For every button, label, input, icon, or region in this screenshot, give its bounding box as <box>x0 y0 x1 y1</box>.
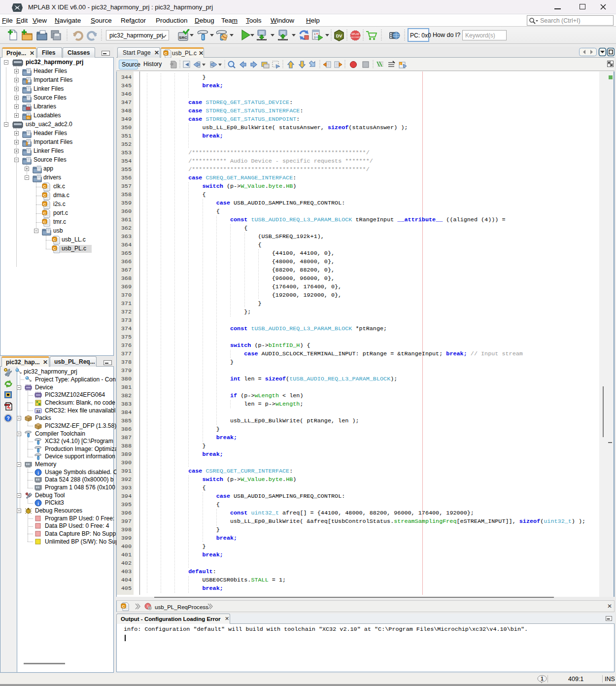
svg-text:C: C <box>53 246 56 251</box>
svg-text:i: i <box>37 501 39 506</box>
svg-text:C: C <box>43 184 46 189</box>
svg-text:C: C <box>165 51 168 56</box>
svg-text:DV: DV <box>336 34 342 38</box>
svg-text:1: 1 <box>541 676 544 682</box>
svg-text:C: C <box>43 211 46 215</box>
svg-text:C: C <box>400 63 402 66</box>
svg-text:DISCOVERY: DISCOVERY <box>350 36 361 38</box>
svg-text:01: 01 <box>27 116 30 119</box>
svg-text:C: C <box>43 220 46 224</box>
svg-text:32: 32 <box>36 409 40 413</box>
svg-text:MPLAB: MPLAB <box>351 33 359 35</box>
svg-text:SRC: SRC <box>179 35 187 40</box>
svg-text:C: C <box>122 604 125 609</box>
svg-text:i: i <box>37 470 39 475</box>
svg-text:C: C <box>43 193 46 198</box>
svg-text:C: C <box>53 238 56 242</box>
svg-text:?: ? <box>6 416 9 421</box>
svg-text:C: C <box>43 202 46 206</box>
